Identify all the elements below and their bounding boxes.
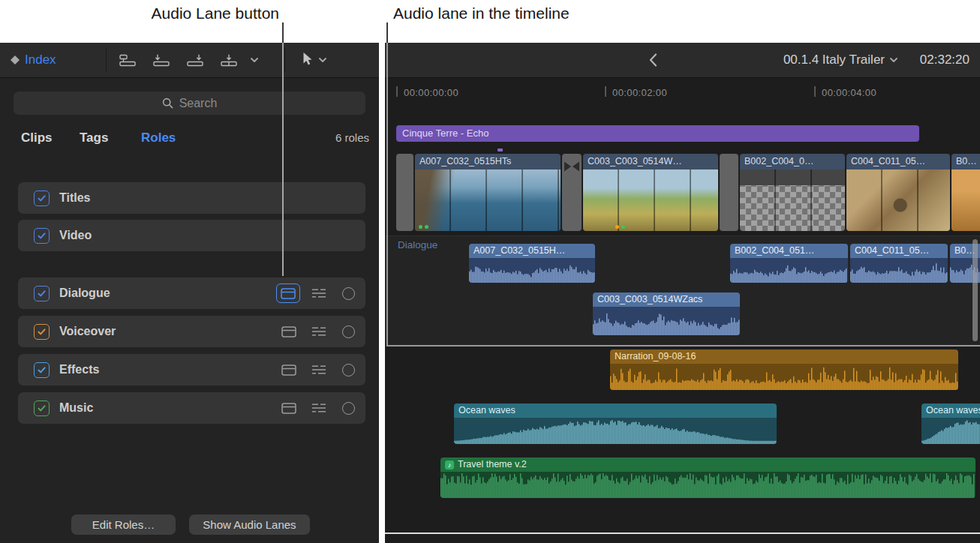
audio-clip-dialogue[interactable]: C004_C011_05…	[850, 244, 948, 283]
video-clip[interactable]: C003_C003_0514W…	[583, 154, 718, 231]
checkbox-titles[interactable]	[34, 190, 50, 206]
video-clip[interactable]: B0…	[951, 154, 980, 231]
checkbox-dialogue[interactable]	[34, 286, 50, 302]
audio-clip-name: Travel theme v.2	[458, 458, 527, 472]
overwrite-edit-button[interactable]	[217, 49, 241, 71]
audio-lane-button[interactable]	[276, 284, 300, 303]
checkbox-music[interactable]	[34, 400, 50, 416]
highlight-box-left-edge	[386, 43, 388, 346]
role-label: Titles	[59, 191, 91, 205]
timeline-bottom-edge	[385, 532, 980, 534]
audio-clip-name: Ocean waves	[921, 404, 980, 418]
audio-clip-music[interactable]: ♪ Travel theme v.2	[440, 458, 975, 498]
roles-count: 6 roles	[335, 127, 369, 149]
keyword-marker	[615, 225, 619, 229]
role-label: Video	[59, 229, 92, 242]
screenshot-root: Audio Lane button Audio lane in the time…	[0, 0, 980, 543]
audio-clip-name: Ocean waves	[454, 404, 777, 418]
chevron-down-icon	[319, 58, 326, 62]
lane-scrollbar[interactable]	[972, 239, 978, 341]
audio-clip-dialogue[interactable]: B002_C004_051…	[730, 244, 848, 283]
chevron-left-icon	[649, 53, 657, 67]
title-clip[interactable]: Cinque Terre - Echo	[396, 125, 919, 142]
clip-detail-icon	[311, 364, 326, 375]
video-clip-name: A007_C032_0515HTs	[415, 154, 561, 170]
audio-lane-icon	[281, 364, 296, 376]
show-clip-detail-button[interactable]	[311, 364, 327, 375]
insert-edit-button[interactable]	[149, 49, 173, 71]
ruler-tick	[814, 86, 816, 97]
project-title-menu[interactable]: 00.1.4 Italy Trailer	[783, 43, 897, 77]
show-audio-lanes-button[interactable]: Show Audio Lanes	[189, 514, 310, 535]
index-button[interactable]: Index	[11, 43, 56, 77]
video-clip[interactable]: A007_C032_0515HTs	[415, 154, 561, 231]
connect-edit-button[interactable]	[116, 49, 140, 71]
video-clip[interactable]: C004_C011_05…	[846, 154, 950, 231]
video-clip-name: B002_C004_0…	[740, 154, 845, 170]
timeline-toolbar: 00.1.4 Italy Trailer 02:32:20	[385, 43, 980, 78]
search-input[interactable]: Search	[14, 92, 365, 115]
role-row-voiceover[interactable]: Voiceover	[18, 316, 365, 347]
show-clip-detail-button[interactable]	[311, 326, 327, 337]
role-row-titles[interactable]: Titles	[18, 182, 365, 214]
timeline-ruler[interactable]: 00:00:00:00 00:00:02:00 00:00:04:00	[385, 82, 980, 104]
checkbox-check-icon	[38, 405, 46, 412]
audio-clip-name: C004_C011_05…	[850, 244, 948, 258]
role-row-effects[interactable]: Effects	[18, 354, 365, 386]
audio-clip-dialogue[interactable]: A007_C032_0515H…	[469, 244, 595, 283]
waveform	[454, 418, 777, 444]
timeline-index-panel: Index	[0, 43, 379, 543]
back-button[interactable]	[649, 43, 657, 77]
transition-clip[interactable]	[562, 154, 582, 231]
index-diamond-icon	[11, 56, 20, 64]
waveform	[610, 364, 958, 390]
tab-roles[interactable]: Roles	[141, 127, 176, 149]
role-label: Voiceover	[59, 325, 116, 338]
dialogue-lane-label: Dialogue	[398, 239, 437, 250]
show-clip-detail-button[interactable]	[311, 288, 327, 298]
audio-lane-icon	[281, 326, 296, 338]
focus-circle-button[interactable]	[342, 326, 355, 338]
edit-roles-button[interactable]: Edit Roles…	[71, 514, 176, 535]
role-controls	[278, 361, 365, 379]
role-controls	[278, 322, 365, 340]
role-row-video[interactable]: Video	[18, 220, 365, 251]
callout-line-audio-lane-button	[282, 22, 284, 43]
chevron-down-icon[interactable]	[251, 58, 258, 62]
callout-line-audio-lane-timeline	[386, 22, 388, 43]
checkbox-effects[interactable]	[34, 362, 50, 378]
focus-circle-button[interactable]	[342, 364, 355, 376]
tool-picker[interactable]	[300, 43, 326, 77]
focus-circle-button[interactable]	[342, 402, 355, 415]
show-clip-detail-button[interactable]	[311, 403, 327, 413]
checkbox-voiceover[interactable]	[34, 324, 50, 340]
index-button-label: Index	[25, 52, 56, 68]
clip-trim-handle[interactable]	[396, 154, 413, 231]
append-edit-button[interactable]	[183, 49, 207, 71]
audio-lane-button[interactable]	[278, 399, 300, 417]
video-clip-thumbnails	[951, 170, 980, 231]
focus-circle-button[interactable]	[342, 287, 355, 300]
audio-clip-effects[interactable]: Ocean waves	[454, 404, 777, 444]
highlight-box-bottom-edge	[386, 345, 980, 346]
audio-clip-effects[interactable]: Ocean waves	[921, 404, 980, 444]
audio-lane-button[interactable]	[278, 322, 300, 340]
clip-trim-handle[interactable]	[720, 154, 738, 231]
audio-clip-narration[interactable]: Narration_09-08-16	[610, 350, 958, 390]
role-label: Effects	[59, 363, 99, 376]
checkbox-video[interactable]	[34, 228, 50, 244]
video-clip-thumbnails	[415, 170, 561, 231]
tab-tags[interactable]: Tags	[80, 127, 108, 149]
title-marker	[498, 148, 503, 152]
role-row-dialogue[interactable]: Dialogue	[18, 278, 365, 309]
tab-clips[interactable]: Clips	[21, 127, 53, 149]
chevron-down-icon	[890, 58, 897, 62]
audio-clip-dialogue[interactable]: C003_C003_0514WZacs	[593, 292, 740, 335]
video-clip[interactable]: B002_C004_0…	[740, 154, 845, 231]
checkbox-check-icon	[38, 367, 46, 374]
audio-clip-name: A007_C032_0515H…	[469, 244, 595, 258]
role-row-music[interactable]: Music	[18, 392, 365, 424]
ruler-label: 00:00:04:00	[822, 87, 876, 98]
audio-clip-name: C003_C003_0514WZacs	[593, 292, 740, 307]
audio-lane-button[interactable]	[278, 361, 300, 379]
